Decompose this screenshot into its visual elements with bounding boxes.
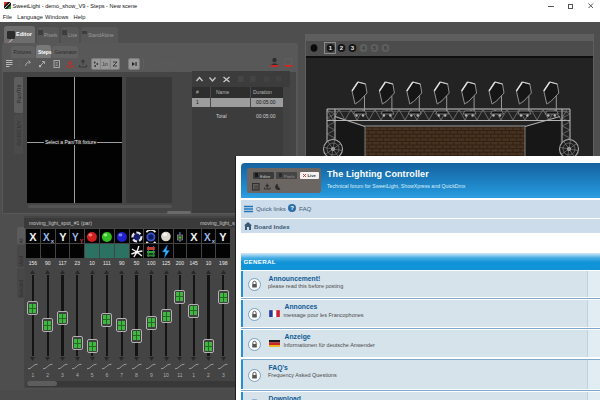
svg-text:Y: Y [72, 231, 79, 242]
svg-text:Y: Y [59, 231, 67, 243]
svg-text:X: X [204, 231, 211, 242]
svg-text:x: x [211, 237, 215, 243]
svg-text:x: x [51, 237, 55, 243]
svg-text:X: X [29, 231, 37, 243]
svg-text:Y: Y [220, 231, 228, 243]
svg-text:Y: Y [80, 237, 84, 243]
svg-text:X: X [43, 231, 50, 242]
svg-text:1n: 1n [102, 61, 108, 67]
svg-text:X: X [190, 231, 198, 243]
